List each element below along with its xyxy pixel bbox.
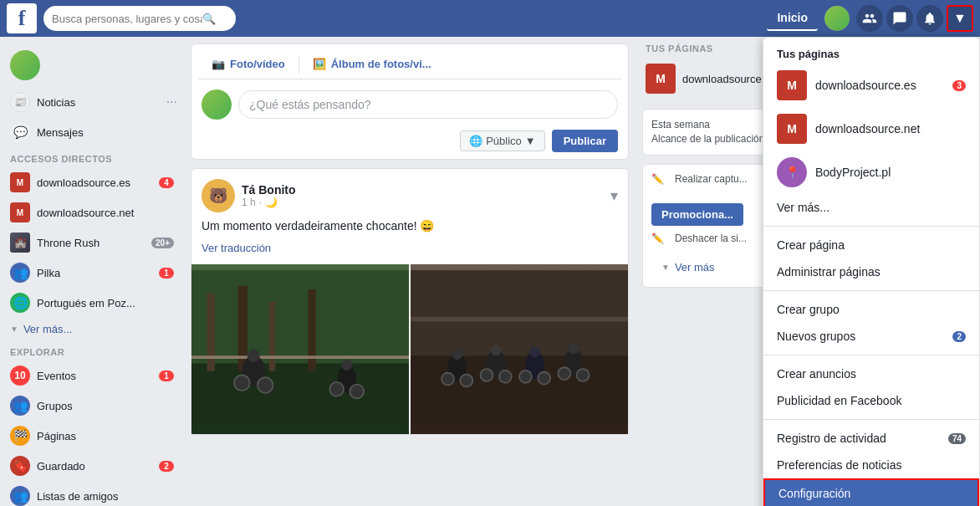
svg-point-13: [329, 382, 344, 396]
sidebar-item-throne[interactable]: 🏰 Throne Rush 20+: [0, 227, 184, 258]
svg-point-27: [529, 346, 540, 357]
svg-rect-4: [269, 301, 275, 371]
sidebar-item-ds-net[interactable]: M downloadsource.net: [0, 197, 184, 227]
page-icon-ds-es: M: [646, 64, 676, 94]
realizar-icon: ✏️: [651, 173, 668, 190]
see-more-accesos[interactable]: ▼ Ver más...: [0, 318, 184, 340]
ds-es-icon: M: [10, 172, 30, 192]
dropdown-divider-1: [763, 226, 979, 227]
nuevos-grupos-label: Nuevos grupos: [777, 330, 855, 343]
sidebar-item-listas[interactable]: 👥 Listas de amigos: [0, 481, 184, 506]
search-icon: 🔍: [202, 13, 216, 25]
noticias-options[interactable]: ···: [166, 95, 177, 110]
sidebar-item-mensajes[interactable]: 💬 Mensajes: [0, 117, 184, 147]
pt-label: Portugués em Poz...: [37, 297, 174, 309]
dropdown-crear-pagina[interactable]: Crear página: [763, 232, 979, 258]
sidebar-item-paginas[interactable]: 🏁 Páginas: [0, 421, 184, 451]
svg-rect-1: [191, 364, 409, 426]
post-content: Um momento verdadeiramente chocante! 😄: [191, 217, 628, 242]
publish-button[interactable]: Publicar: [552, 130, 618, 152]
search-bar[interactable]: 🔍: [43, 6, 236, 31]
dropdown-ver-mas[interactable]: Ver más...: [763, 194, 979, 221]
profile-avatar: [824, 6, 850, 31]
left-sidebar: 📰 Noticias ··· 💬 Mensajes ACCESOS DIRECT…: [0, 37, 184, 506]
dropdown-registro[interactable]: Registro de actividad 74: [763, 425, 979, 452]
dropdown-configuracion[interactable]: Configuración: [763, 478, 979, 506]
profile-avatar-sidebar: [10, 50, 40, 80]
post-composer: 📷 Foto/vídeo 🖼️ Álbum de fotos/vi... ¿Qu…: [191, 43, 629, 160]
globe-icon: 🌐: [469, 135, 482, 147]
noticias-label: Noticias: [37, 96, 174, 109]
account-dropdown-menu: Tus páginas M downloadsource.es 3 M down…: [763, 37, 980, 506]
post-translation-link[interactable]: Ver traducción: [191, 242, 628, 261]
sidebar-item-guardado[interactable]: 🔖 Guardado 2: [0, 451, 184, 481]
sidebar-item-eventos[interactable]: 10 Eventos 1: [0, 360, 184, 391]
sidebar-profile[interactable]: [0, 43, 184, 87]
dropdown-administrar-paginas[interactable]: Administrar páginas: [763, 258, 979, 285]
svg-point-8: [248, 350, 260, 362]
svg-point-25: [499, 371, 512, 383]
dropdown-crear-grupo[interactable]: Crear grupo: [763, 296, 979, 323]
dropdown-page-ds-es[interactable]: M downloadsource.es 3: [763, 64, 979, 107]
dropdown-page-icon-ds-es: M: [777, 70, 807, 100]
tab-foto-video[interactable]: 📷 Foto/vídeo: [198, 51, 299, 79]
realizar-label: Realizar captu...: [675, 173, 748, 185]
promocionar-btn[interactable]: Promociona...: [651, 203, 743, 226]
nav-inicio[interactable]: Inicio: [767, 6, 818, 31]
dropdown-preferencias[interactable]: Preferencias de noticias: [763, 452, 979, 478]
post-time-text: 1 h: [242, 197, 256, 208]
notifications-icon-btn[interactable]: [916, 5, 943, 32]
search-input[interactable]: [52, 13, 202, 25]
tab-album[interactable]: 🖼️ Álbum de fotos/vi...: [299, 51, 445, 79]
messages-icon-btn[interactable]: [886, 5, 913, 32]
friends-icon-btn[interactable]: [856, 5, 883, 32]
svg-point-23: [491, 345, 502, 355]
topbar: f 🔍 Inicio ▼: [0, 0, 980, 37]
mensajes-icon: 💬: [10, 122, 30, 142]
post-image-right: [411, 264, 628, 434]
dropdown-page-name-ds-net: downloadsource.net: [815, 122, 966, 135]
svg-point-9: [234, 376, 250, 391]
grupos-icon: 👥: [10, 396, 30, 416]
dropdown-publicidad[interactable]: Publicidad en Facebook: [763, 387, 979, 414]
sidebar-item-noticias[interactable]: 📰 Noticias ···: [0, 87, 184, 117]
svg-rect-17: [411, 317, 628, 322]
dropdown-page-icon-ds-net: M: [777, 114, 807, 144]
dropdown-tus-paginas-title: Tus páginas: [763, 43, 979, 64]
dropdown-page-ds-net[interactable]: M downloadsource.net: [763, 107, 979, 151]
sidebar-item-ds-es[interactable]: M downloadsource.es 4: [0, 167, 184, 197]
explorar-label: EXPLORAR: [0, 340, 184, 360]
tab-album-label: Álbum de fotos/vi...: [331, 58, 431, 70]
composer-placeholder[interactable]: ¿Qué estás pensando?: [238, 90, 618, 119]
pilka-label: Pilka: [37, 267, 152, 279]
sidebar-item-pilka[interactable]: 👥 Pilka 1: [0, 258, 184, 288]
eventos-label: Eventos: [37, 370, 152, 382]
post-meta: Tá Bonito 1 h · 🌙: [242, 183, 604, 208]
post-header: 🐻 Tá Bonito 1 h · 🌙 ▾: [191, 169, 628, 217]
svg-rect-16: [411, 355, 628, 426]
svg-rect-2: [207, 294, 215, 371]
throne-icon: 🏰: [10, 233, 30, 253]
post-avatar: 🐻: [202, 179, 235, 212]
svg-point-12: [341, 360, 352, 371]
post-options-btn[interactable]: ▾: [610, 187, 618, 205]
dropdown-crear-anuncios[interactable]: Crear anuncios: [763, 360, 979, 387]
moon-icon: 🌙: [265, 197, 278, 208]
audience-btn[interactable]: 🌐 Público ▼: [460, 130, 545, 151]
throne-badge: 20+: [151, 238, 174, 248]
registro-label: Registro de actividad: [777, 432, 886, 445]
svg-point-10: [258, 377, 273, 393]
dropdown-nuevos-grupos-badge: 2: [952, 331, 966, 342]
post-author[interactable]: Tá Bonito: [242, 183, 604, 197]
chevron-down-audience: ▼: [525, 135, 536, 147]
svg-point-32: [558, 367, 570, 380]
ds-net-icon: M: [10, 202, 30, 222]
svg-point-24: [481, 369, 493, 381]
svg-point-20: [442, 373, 454, 386]
account-dropdown-btn[interactable]: ▼: [947, 5, 973, 32]
dropdown-page-bodyproject[interactable]: 📍 BodyProject.pl: [763, 151, 979, 194]
sidebar-item-grupos[interactable]: 👥 Grupos: [0, 391, 184, 421]
dropdown-nuevos-grupos[interactable]: Nuevos grupos 2: [763, 323, 979, 350]
sidebar-item-pt[interactable]: 🌐 Portugués em Poz...: [0, 288, 184, 318]
deshacer-label: Deshacer la si...: [675, 233, 747, 244]
